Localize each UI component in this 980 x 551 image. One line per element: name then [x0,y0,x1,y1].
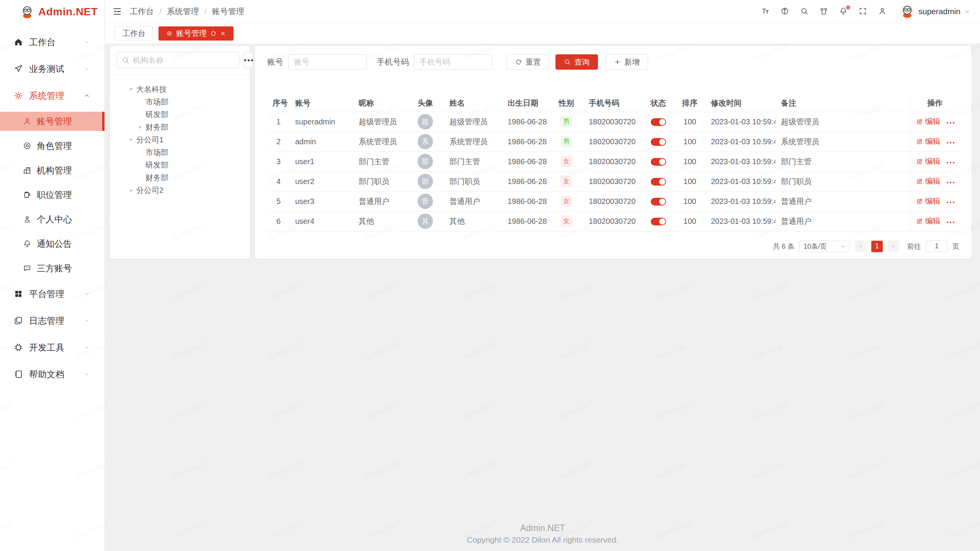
add-button[interactable]: 新增 [606,54,648,70]
user-menu[interactable]: superadmin [900,4,970,19]
edit-button[interactable]: 编辑 [916,216,941,226]
cell-sort: 100 [674,191,706,211]
edit-icon [916,218,923,225]
status-toggle[interactable] [651,218,666,225]
caret-right-icon[interactable] [128,187,134,193]
row-more-button[interactable] [947,182,954,183]
page-size-value: 10条/页 [804,242,827,251]
edit-button[interactable]: 编辑 [916,136,941,147]
tree-node[interactable]: 市场部 [117,146,243,159]
status-toggle[interactable] [651,178,666,186]
gender-badge: 男 [561,136,572,147]
caret-right-icon[interactable] [137,124,143,130]
sidebar-item-label: 职位管理 [37,189,96,201]
sidebar-item-label: 日志管理 [29,315,84,327]
sidebar-item-label: 帮助文档 [29,368,84,380]
fullscreen-button[interactable] [859,7,868,16]
column-header-phone: 手机号码 [583,95,642,112]
sidebar-item-dev-tools[interactable]: 开发工具 [0,337,105,358]
profile-button[interactable] [878,7,887,16]
breadcrumb-item[interactable]: 系统管理 [167,6,199,17]
tree-node[interactable]: 研发部 [117,159,243,171]
search-button[interactable] [800,7,809,16]
edit-button[interactable]: 编辑 [916,196,941,206]
edit-button[interactable]: 编辑 [916,116,941,127]
account-filter-input[interactable] [288,54,367,70]
status-toggle[interactable] [651,158,666,166]
caret-down-icon[interactable] [128,86,134,92]
app-logo[interactable]: Admin.NET [0,0,105,23]
row-more-button[interactable] [947,202,954,203]
tab-close-icon[interactable] [220,31,226,36]
tab-account-management[interactable]: 账号管理 [158,26,234,41]
tree-node[interactable]: 分公司1 [117,134,243,146]
sidebar-item-personal-center[interactable]: 个人中心 [0,210,105,229]
row-more-button[interactable] [947,222,954,223]
cell-actions: 编辑 [910,171,959,191]
cell-phone: 18020030720 [583,191,642,211]
status-toggle[interactable] [651,118,666,126]
tree-node[interactable]: 大名科技 [117,83,243,96]
phone-filter-input[interactable] [414,54,492,70]
column-header-name: 姓名 [444,95,502,112]
breadcrumb-item[interactable]: 账号管理 [212,6,244,17]
page-number-button[interactable]: 1 [871,241,883,252]
tree-node[interactable]: 研发部 [117,108,243,121]
sidebar-item-org-management[interactable]: 机构管理 [0,161,105,180]
language-button[interactable] [781,7,790,16]
table-row: 2admin系统管理员系系统管理员1986-06-28男180200307201… [267,132,959,152]
menu-fold-icon[interactable] [112,7,122,16]
cell-sort: 100 [674,132,706,152]
tree-node[interactable]: 分公司2 [117,184,243,197]
tab-workbench[interactable]: 工作台 [115,26,153,41]
tree-node[interactable]: 市场部 [117,96,243,108]
sidebar-item-third-party-account[interactable]: 三方账号 [0,259,105,278]
theme-button[interactable] [820,7,829,16]
sidebar-item-business-test[interactable]: 业务测试 [0,58,105,80]
row-more-button[interactable] [947,142,954,143]
sidebar-item-account-management[interactable]: 账号管理 [0,112,105,131]
cell-avatar: 其 [407,211,444,231]
sidebar-item-log-management[interactable]: 日志管理 [0,310,105,331]
sidebar-item-help-docs[interactable]: 帮助文档 [0,364,105,385]
user-icon [23,117,31,126]
cell-sort: 100 [674,152,706,171]
sidebar-item-position-management[interactable]: 职位管理 [0,185,105,204]
cell-phone: 18020030720 [583,132,642,152]
column-header-modified: 修改时间 [706,95,776,112]
chevron-down-icon [84,66,90,72]
breadcrumb-separator: / [204,7,207,16]
status-toggle[interactable] [651,198,666,205]
cell-phone: 18020030720 [583,152,642,171]
query-button[interactable]: 查询 [555,54,598,70]
next-page-button[interactable] [888,241,899,252]
tree-node[interactable]: 财务部 [117,121,243,134]
sidebar-item-system-management[interactable]: 系统管理 [0,85,105,106]
caret-down-icon[interactable] [128,137,134,143]
gender-badge: 女 [561,196,572,207]
sidebar-item-notice-announcement[interactable]: 通知公告 [0,234,105,253]
breadcrumb-item[interactable]: 工作台 [130,6,154,17]
reset-button[interactable]: 重置 [507,54,549,70]
tab-refresh-icon[interactable] [210,30,217,37]
notifications-button[interactable] [839,7,848,16]
sidebar-item-workbench[interactable]: 工作台 [0,31,105,53]
account-panel: 账号 手机号码 重置 查询 新增 序号账号昵称头像姓名出生日期性别手机号码状态排… [255,46,972,259]
prev-page-button[interactable] [855,241,866,252]
status-toggle[interactable] [651,138,666,146]
sidebar-item-role-management[interactable]: 角色管理 [0,136,105,155]
table-row: 5user3普通用户普普通用户1986-06-28女18020030720100… [267,191,959,211]
notifications-icon [839,7,848,15]
font-size-button[interactable] [761,7,770,16]
sidebar-item-platform-management[interactable]: 平台管理 [0,283,105,305]
goto-page-input[interactable] [926,241,947,252]
row-more-button[interactable] [947,162,954,163]
edit-button[interactable]: 编辑 [916,176,941,186]
page-size-select[interactable]: 10条/页 [799,241,850,252]
org-more-button[interactable] [244,52,253,68]
org-search-input[interactable] [133,56,234,65]
tree-node[interactable]: 财务部 [117,171,243,184]
column-header-status: 状态 [642,95,674,112]
row-more-button[interactable] [947,122,954,124]
edit-button[interactable]: 编辑 [916,156,941,166]
